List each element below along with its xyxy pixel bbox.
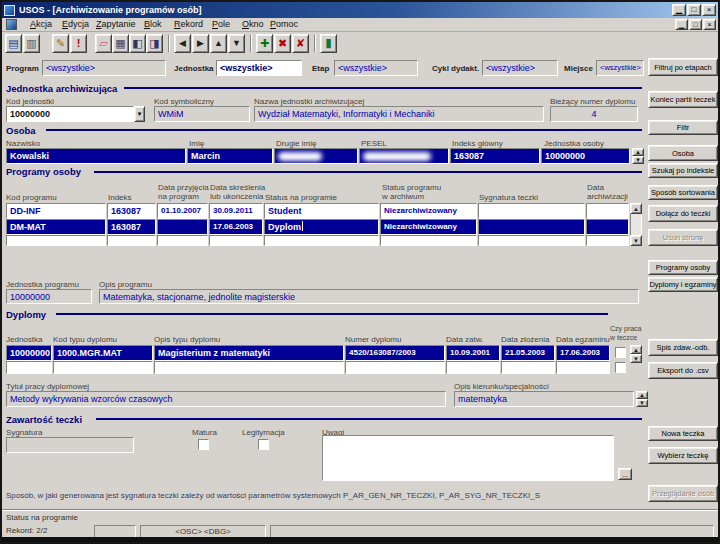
drugie-imie-field[interactable]: [274, 148, 358, 164]
mdi-restore-icon[interactable]: □: [689, 19, 702, 30]
dolacz-do-teczki-button[interactable]: Dołącz do teczki: [648, 205, 718, 222]
czy-praca-checkbox-empty[interactable]: [615, 362, 626, 373]
uwagi-textarea[interactable]: [322, 435, 614, 481]
przegladanie-osob-button[interactable]: Przeglądanie osób: [648, 485, 718, 502]
osoba-spinner-down-icon[interactable]: ▼: [632, 156, 644, 164]
jednostka-programu-field[interactable]: 10000000: [6, 289, 92, 304]
restore-icon[interactable]: □: [687, 4, 701, 16]
menu-okno[interactable]: Okno: [242, 19, 264, 29]
mdi-minimize-icon[interactable]: ▁: [675, 19, 688, 30]
dyplomy-scroll-up-icon[interactable]: ▲: [630, 345, 642, 354]
kod-jednostki-lov-icon[interactable]: ▾: [134, 106, 145, 122]
kod-jednostki-field[interactable]: 10000000: [6, 106, 134, 122]
next-block-icon[interactable]: ▼: [228, 34, 245, 53]
print-icon[interactable]: ▥: [23, 34, 40, 53]
osoba-spinner-up-icon[interactable]: ▲: [632, 148, 644, 156]
indeks-glowny-field[interactable]: 163087: [450, 148, 540, 164]
sygnatura-label: Sygnatura: [6, 428, 42, 437]
required-icon[interactable]: !: [70, 34, 87, 53]
enter-query-icon[interactable]: ◧: [129, 34, 146, 53]
save-icon[interactable]: ▤: [5, 34, 22, 53]
list-of-values-icon[interactable]: ▦: [112, 34, 129, 53]
minimize-icon[interactable]: ▁: [672, 4, 686, 16]
imie-label: Imię: [189, 139, 204, 148]
szukaj-po-indeksie-button[interactable]: Szukaj po indeksie: [648, 163, 718, 178]
col-status-archiwum: Status programu w archiwum: [382, 183, 441, 201]
kierunek-spinner-up-icon[interactable]: ▲: [636, 391, 648, 399]
pesel-field[interactable]: [359, 148, 449, 164]
filter-cykl-field[interactable]: <wszystkie>: [482, 60, 558, 76]
eksport-do-csv-button[interactable]: Eksport do .csv: [648, 362, 718, 379]
filtruj-po-etapach-button[interactable]: Filtruj po etapach: [648, 58, 718, 76]
menu-akcja[interactable]: Akcja: [30, 19, 52, 29]
opis-kierunku-field[interactable]: matematyka: [454, 391, 634, 407]
wybierz-teczke-button[interactable]: Wybierz teczkę: [648, 447, 718, 464]
opis-programu-label: Opis programu: [99, 280, 152, 289]
menu-rekord[interactable]: Rekord: [174, 19, 203, 29]
col-kod-typu-dyplomu: Kod typu dyplomu: [53, 335, 117, 344]
osoba-button[interactable]: Osoba: [648, 145, 718, 161]
clear-record-icon[interactable]: ▱: [95, 34, 112, 53]
exit-icon[interactable]: ▮: [320, 34, 337, 53]
programy-scroll-down-icon[interactable]: ▼: [630, 235, 642, 246]
section-zawartosc-teczki: Zawartość teczki: [6, 414, 82, 425]
uwagi-more-icon[interactable]: ...: [618, 468, 632, 480]
sposob-sortowania-button[interactable]: Sposób sortowania: [648, 185, 718, 200]
opis-kierunku-label: Opis kierunku/specjalności: [454, 382, 549, 391]
numer-dyplomu-field[interactable]: 4: [550, 106, 638, 122]
legitymacja-label: Legitymacja: [242, 428, 285, 437]
sygnatura-field[interactable]: [6, 437, 134, 453]
execute-query-icon[interactable]: ◨: [146, 34, 163, 53]
col-numer-dyplomu: Numer dyplomu: [345, 335, 401, 344]
programy-osoby-button[interactable]: Programy osoby: [648, 260, 718, 275]
insert-record-icon[interactable]: ✚: [256, 34, 273, 53]
filter-jednostka-label: Jednostka: [174, 64, 214, 73]
jednostka-osoby-field[interactable]: 10000000: [541, 148, 630, 164]
delete-record-icon[interactable]: ✖: [274, 34, 291, 53]
spis-zdaw-odb-button[interactable]: Spis zdaw.-odb.: [648, 339, 718, 356]
nowa-teczka-button[interactable]: Nowa teczka: [648, 426, 718, 441]
programy-scroll-up-icon[interactable]: ▲: [630, 203, 642, 214]
nazwa-jednostki-field[interactable]: Wydział Matematyki, Informatyki i Mechan…: [254, 106, 544, 122]
close-icon[interactable]: ×: [702, 4, 716, 16]
menu-pole[interactable]: Pole: [212, 19, 230, 29]
cancel-query-icon[interactable]: ✘: [292, 34, 309, 53]
legitymacja-checkbox[interactable]: [258, 439, 269, 450]
application-window: USOS - [Archiwizowanie programów osób] ▁…: [0, 0, 720, 544]
imie-field[interactable]: Marcin: [187, 148, 273, 164]
dyplomy-scroll-down-icon[interactable]: ▼: [630, 354, 642, 363]
koniec-partii-teczek-button[interactable]: Koniec partii teczek: [648, 91, 718, 108]
usun-strone-button[interactable]: Usuń stronę: [648, 229, 718, 246]
statusbar-record-count: Rekord: 2/2: [6, 526, 47, 535]
matura-checkbox[interactable]: [198, 439, 209, 450]
next-record-icon[interactable]: ▶: [192, 34, 209, 53]
col-status-na-programie: Status na programie: [265, 193, 337, 202]
document-icon[interactable]: [6, 19, 17, 30]
tytul-pracy-field[interactable]: Metody wykrywania wzorców czasowych: [6, 391, 446, 407]
filter-etap-field[interactable]: <wszystkie>: [334, 60, 418, 76]
col-data-zatw: Data zatw.: [446, 335, 483, 344]
nazwisko-field[interactable]: Kowalski: [6, 148, 186, 164]
previous-block-icon[interactable]: ▲: [210, 34, 227, 53]
filter-miejsce-field[interactable]: <wszystkie>: [596, 60, 644, 76]
menu-zapytanie[interactable]: Zapytanie: [96, 19, 136, 29]
menu-edycja[interactable]: Edycja: [62, 19, 89, 29]
mdi-close-icon[interactable]: ×: [703, 19, 716, 30]
menu-blok[interactable]: Blok: [144, 19, 162, 29]
kod-symboliczny-field[interactable]: WMiM: [154, 106, 250, 122]
col-data-przyjecia: Data przyjęcia na program: [158, 183, 209, 201]
filter-program-field[interactable]: <wszystkie>: [42, 60, 166, 76]
filter-miejsce-label: Miejsce: [564, 64, 593, 73]
opis-programu-field[interactable]: Matematyka, stacjonarne, jednolite magis…: [99, 289, 639, 304]
filtr-button[interactable]: Filtr: [648, 120, 718, 135]
col-czy-praca-w-teczce: Czy praca w teczce: [610, 324, 642, 342]
menu-pomoc[interactable]: Pomoc: [270, 19, 298, 29]
text-cursor: [302, 221, 303, 231]
edit-icon[interactable]: ✎: [52, 34, 69, 53]
czy-praca-checkbox[interactable]: [615, 347, 626, 358]
filter-jednostka-field[interactable]: <wszystkie>: [216, 60, 302, 76]
dyplomy-i-egzaminy-button[interactable]: Dyplomy i egzaminy: [648, 277, 718, 292]
col-data-egzaminu: Data egzaminu: [556, 335, 610, 344]
kierunek-spinner-down-icon[interactable]: ▼: [636, 399, 648, 407]
previous-record-icon[interactable]: ◀: [174, 34, 191, 53]
